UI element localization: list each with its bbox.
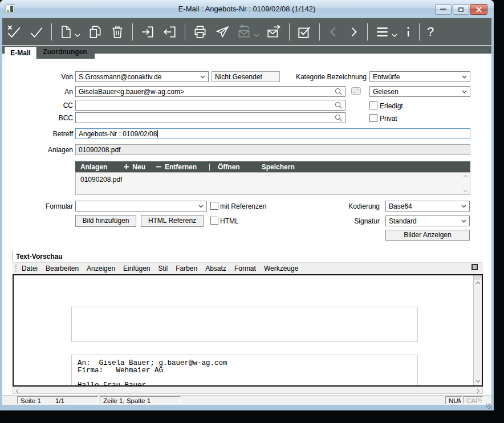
previous-record-button-disabled[interactable] — [327, 25, 340, 39]
status-num: NUM — [449, 397, 462, 404]
email-window: E-Mail : Angebots-Nr : 0109/02/08 (1/142… — [0, 0, 494, 410]
attachment-save-button[interactable]: Speichern — [262, 163, 295, 171]
betreff-field[interactable]: Angebots-Nr : 0109/02/08 — [75, 128, 470, 139]
menu-absatz[interactable]: Absatz — [205, 265, 226, 272]
next-record-button[interactable] — [347, 25, 360, 39]
erledigt-label: Erledigt — [380, 102, 403, 110]
preview-document[interactable]: An: Gisela Bauer; g.bauer@w-ag.com Firma… — [13, 274, 483, 387]
scroll-left-icon[interactable] — [15, 389, 19, 393]
close-button[interactable] — [470, 4, 487, 15]
text-caret — [157, 130, 158, 137]
attachment-remove-button[interactable]: Entfernen — [165, 163, 197, 171]
create-task-button[interactable] — [297, 25, 312, 39]
resize-grip[interactable] — [486, 404, 492, 409]
bilder-anzeigen-button[interactable]: Bilder Anzeigen — [385, 230, 470, 241]
chevron-down-icon — [392, 34, 397, 38]
validate-button[interactable] — [29, 25, 44, 39]
menu-stil[interactable]: Stil — [158, 265, 168, 272]
menu-einfuegen[interactable]: Einfügen — [123, 265, 150, 272]
kategorie-select[interactable]: Entwürfe — [369, 71, 470, 82]
tab-bar: E-Mail Zuordnungen — [0, 45, 494, 59]
anlagen-value: 01090208.pdf — [79, 146, 467, 154]
html-checkbox[interactable] — [210, 217, 218, 225]
reply-mail-button-disabled[interactable] — [237, 25, 259, 39]
bild-hinzufuegen-button[interactable]: Bild hinzufügen — [75, 215, 136, 227]
scroll-down-icon[interactable] — [475, 380, 481, 383]
an-field[interactable]: GiselaBauer<g.bauer@w-ag.com> — [75, 86, 346, 97]
search-icon[interactable] — [335, 114, 342, 121]
bcc-field[interactable] — [75, 112, 346, 123]
new-document-icon — [59, 25, 73, 39]
maximize-button[interactable] — [453, 4, 469, 15]
cc-field[interactable] — [75, 100, 346, 111]
preview-line-firma: Firma: Wehmaier AG — [78, 367, 412, 375]
kategorie-value: Entwürfe — [373, 73, 462, 81]
desktop: { "window": { "title": "E-Mail : Angebot… — [0, 0, 504, 423]
signatur-label: Signatur — [323, 217, 380, 225]
menu-datei[interactable]: Datei — [22, 265, 38, 272]
attachments-list[interactable]: 01090208.pdf — [75, 172, 470, 195]
status-page: Seite 1 — [21, 397, 41, 404]
print-button[interactable] — [193, 25, 208, 39]
von-select[interactable]: S.Grossmann@conaktiv.de — [75, 71, 209, 82]
scroll-up-icon[interactable] — [475, 281, 481, 284]
export-button[interactable] — [162, 25, 177, 39]
close-icon — [476, 7, 482, 13]
attachment-item[interactable]: 01090208.pdf — [80, 176, 122, 184]
address-book-icon[interactable] — [351, 87, 361, 95]
search-icon[interactable] — [335, 88, 342, 95]
mit-referenzen-checkbox[interactable] — [210, 202, 218, 210]
actions-menu-button[interactable] — [375, 25, 397, 39]
toolbar: ? — [0, 18, 494, 45]
preview-vertical-scrollbar[interactable] — [473, 275, 482, 385]
tab-zuordnungen[interactable]: Zuordnungen — [35, 46, 95, 59]
an-label: An — [16, 88, 73, 96]
preview-menubar: Datei Bearbeiten Anzeigen Einfügen Stil … — [13, 262, 483, 274]
delete-record-button[interactable] — [110, 25, 125, 39]
menubar-grip[interactable] — [15, 265, 17, 272]
toolbar-separator — [185, 23, 185, 40]
menu-werkzeuge[interactable]: Werkzeuge — [264, 265, 298, 272]
forward-mail-button[interactable] — [267, 25, 282, 39]
kodierung-select[interactable]: Base64 — [385, 201, 470, 212]
toolbar-separator — [367, 23, 368, 40]
titlebar[interactable]: E-Mail : Angebots-Nr : 0109/02/08 (1/142… — [0, 0, 494, 18]
scroll-up-icon[interactable] — [463, 174, 468, 178]
import-button[interactable] — [140, 25, 155, 39]
an-value: GiselaBauer<g.bauer@w-ag.com> — [79, 88, 335, 96]
chevron-down-icon — [198, 205, 204, 208]
splitter-handle[interactable] — [474, 275, 482, 279]
status-num-cell: NUM — [445, 396, 462, 404]
scroll-down-icon[interactable] — [463, 189, 468, 193]
erledigt-checkbox[interactable] — [369, 101, 377, 109]
duplicate-record-button[interactable] — [88, 25, 103, 39]
groupbox-edge — [13, 251, 13, 261]
menu-anzeigen[interactable]: Anzeigen — [87, 265, 115, 272]
read-status-select[interactable]: Gelesen — [369, 86, 470, 97]
scroll-right-icon[interactable] — [477, 389, 480, 393]
new-record-button[interactable] — [59, 25, 80, 39]
chevron-down-icon — [462, 90, 467, 93]
menu-format[interactable]: Format — [234, 265, 256, 272]
attachment-open-button[interactable]: Öffnen — [218, 163, 240, 171]
status-page-cell: Seite 1 1/1 — [17, 396, 98, 404]
signatur-select[interactable]: Standard — [385, 215, 470, 226]
tab-email[interactable]: E-Mail — [5, 47, 36, 60]
minimize-button[interactable] — [435, 4, 452, 15]
attachment-new-button[interactable]: Neu — [132, 163, 145, 171]
send-mail-button[interactable] — [215, 25, 230, 39]
formular-select[interactable] — [75, 201, 207, 212]
validate-close-button[interactable] — [7, 25, 22, 39]
html-label: HTML — [220, 217, 239, 225]
chevron-right-icon — [347, 25, 360, 39]
html-referenz-button[interactable]: HTML Referenz — [141, 215, 204, 227]
info-button[interactable] — [405, 25, 412, 39]
help-button[interactable]: ? — [427, 25, 434, 39]
privat-checkbox[interactable] — [369, 114, 377, 122]
expand-editor-button[interactable] — [472, 264, 478, 270]
menu-farben[interactable]: Farben — [176, 265, 197, 272]
preview-horizontal-scrollbar[interactable] — [13, 387, 483, 394]
paper-plane-icon — [215, 25, 230, 39]
search-icon[interactable] — [335, 101, 342, 109]
menu-bearbeiten[interactable]: Bearbeiten — [46, 265, 79, 272]
